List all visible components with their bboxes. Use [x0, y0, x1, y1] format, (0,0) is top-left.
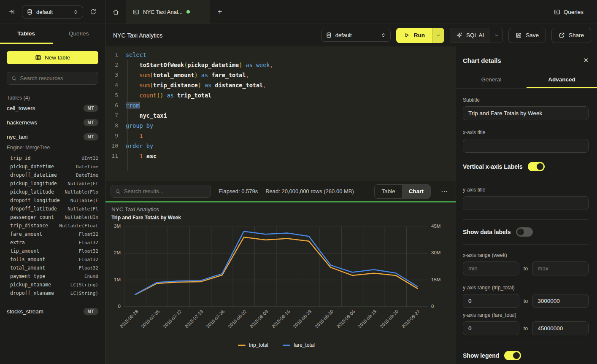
column-type: Nullable(Float [59, 223, 98, 229]
sql-editor[interactable]: 1select2 toStartOfWeek(pickup_datetime) … [105, 46, 456, 181]
unsaved-indicator-dot [186, 10, 190, 13]
collapse-sidebar-button[interactable] [6, 6, 18, 18]
terminal-icon [133, 9, 139, 15]
yaxis-range-fare-min-input[interactable] [463, 321, 519, 335]
column-name: trip_distance [10, 223, 48, 229]
chart-view-toggle[interactable]: Chart [402, 185, 430, 198]
elapsed-text: Elapsed: 0.579s [219, 188, 258, 194]
sidebar-tab-tables[interactable]: Tables [0, 24, 53, 44]
yaxis-range-trip-min-input[interactable] [463, 294, 519, 308]
code-line: 2 toStartOfWeek(pickup_datetime) as week… [105, 60, 456, 70]
y-axis-tick-right: 45M [431, 224, 446, 229]
xaxis-range-max-input[interactable] [532, 262, 589, 275]
subtitle-input[interactable] [463, 106, 589, 120]
main-column: 1select2 toStartOfWeek(pickup_datetime) … [105, 46, 456, 364]
xaxis-range-row: to [463, 262, 589, 275]
x-axis-tick: 2015-08-16 [270, 309, 291, 329]
new-tab-button[interactable]: + [210, 0, 230, 24]
search-results-input[interactable] [124, 188, 206, 194]
column-row: total_amountFloat32 [7, 264, 98, 272]
show-data-labels-toggle[interactable] [516, 227, 533, 237]
chart-plot [124, 226, 428, 307]
home-button[interactable] [105, 0, 126, 24]
yaxis-range-trip-max-input[interactable] [532, 294, 589, 308]
sparkle-icon [456, 32, 462, 38]
column-type: Enum8 [84, 274, 98, 279]
plus-icon: + [217, 7, 222, 16]
y-axis-tick-right: 15M [431, 277, 446, 282]
column-type: Nullable(F [70, 198, 98, 203]
search-resources-input[interactable] [20, 75, 94, 81]
save-button[interactable]: Save [508, 28, 546, 43]
tab-nyc-taxi-analytics[interactable]: NYC Taxi Anal... [126, 0, 210, 24]
table-row[interactable]: hackernewsMT [7, 116, 98, 129]
run-button[interactable]: Run [396, 28, 432, 43]
column-type: Float32 [79, 248, 98, 254]
column-type: Float32 [79, 265, 98, 271]
ellipsis-icon: ⋯ [441, 188, 448, 195]
sql-ai-button-group: SQL AI [450, 28, 503, 43]
show-legend-toggle[interactable] [504, 351, 521, 360]
panel-tabs: General Advanced [456, 72, 597, 89]
vertical-xaxis-labels-row: Vertical x-axis Labels [463, 162, 589, 171]
code-line: 6from [105, 100, 456, 111]
x-axis-tick: 2015-08-09 [249, 309, 269, 329]
run-button-group: Run [396, 28, 444, 43]
column-name: dropoff_datetime [10, 172, 57, 178]
table-view-toggle[interactable]: Table [375, 185, 402, 198]
home-icon [112, 8, 119, 16]
y-axis-tick-left: 1M [105, 277, 121, 282]
run-options-button[interactable] [432, 28, 444, 43]
sql-ai-button[interactable]: SQL AI [450, 28, 490, 43]
yaxis-range-fare-max-input[interactable] [532, 321, 589, 335]
legend-item[interactable]: trip_total [238, 342, 268, 348]
chart-subtitle: Trip and Fare Totals by Week [111, 215, 181, 221]
y-axis-tick-right: 0 [431, 304, 446, 309]
close-panel-button[interactable]: ✕ [583, 57, 589, 64]
panel-tab-general[interactable]: General [456, 72, 527, 88]
database-selector[interactable]: default [22, 5, 83, 19]
line-number: 6 [105, 100, 118, 111]
yaxis-range-fare-row: to [463, 321, 589, 335]
column-name: tip_amount [10, 248, 39, 254]
queries-button[interactable]: Queries [550, 5, 588, 19]
refresh-icon [90, 8, 97, 15]
toggle-knob [517, 229, 524, 235]
panel-tab-advanced[interactable]: Advanced [527, 72, 597, 88]
line-number: 7 [105, 111, 118, 121]
table-row[interactable]: nyc_taxiMT [7, 130, 98, 144]
line-number: 11 [105, 151, 118, 161]
divider [463, 343, 589, 343]
view-toggle: Table Chart [374, 184, 431, 199]
show-legend-row: Show legend [463, 351, 589, 360]
new-table-button[interactable]: New table [7, 51, 98, 64]
legend-item[interactable]: fare_total [283, 342, 315, 348]
column-type: Nullable(Fl [68, 181, 98, 186]
table-name: cell_towers [7, 105, 35, 111]
column-row: trip_distanceNullable(Float [7, 221, 98, 230]
sql-ai-options-button[interactable] [490, 28, 502, 43]
table-row[interactable]: stocks_streamMT [7, 305, 98, 318]
show-legend-label: Show legend [463, 352, 499, 359]
share-button[interactable]: Share [551, 28, 591, 43]
to-label: to [524, 298, 528, 304]
query-database-selector[interactable]: default [321, 29, 391, 42]
yaxis-title-input[interactable] [463, 196, 589, 210]
refresh-button[interactable] [87, 6, 99, 18]
chart-details-panel: Chart details ✕ General Advanced Subtitl… [456, 46, 597, 364]
code-line: 1select [105, 50, 456, 60]
line-number: 10 [105, 141, 118, 151]
vertical-xaxis-labels-toggle[interactable] [528, 162, 545, 171]
table-row[interactable]: cell_towersMT [7, 101, 98, 115]
column-type: Nullable(Flo [65, 189, 98, 195]
sidebar-tab-queries[interactable]: Queries [53, 24, 105, 44]
xaxis-range-min-input[interactable] [463, 262, 519, 275]
sidebar-body: New table Tables (4) cell_towersMThacker… [0, 44, 105, 364]
tables-list: cell_towersMThackernewsMTnyc_taxiMTEngin… [7, 101, 98, 318]
column-name: dropoff_ntaname [10, 290, 54, 296]
more-options-button[interactable]: ⋯ [438, 186, 451, 197]
column-type: LC(String) [70, 291, 98, 296]
column-type: DateTime [76, 164, 98, 170]
line-number: 4 [105, 80, 118, 90]
xaxis-title-input[interactable] [463, 139, 589, 153]
